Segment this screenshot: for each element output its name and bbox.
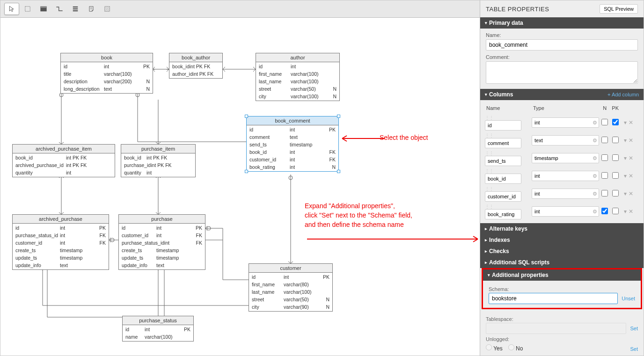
column-name-input[interactable] (485, 138, 521, 148)
comment-textarea[interactable] (486, 61, 638, 84)
entity-author[interactable]: author idintfirst_namevarchar(100)last_n… (256, 53, 340, 101)
view-tool[interactable] (68, 3, 83, 15)
entity-column-row: book_idint PK FK (169, 63, 222, 70)
entity-customer[interactable]: customer idintPKfirst_namevarchar(80)las… (249, 263, 333, 312)
pk-checkbox[interactable] (612, 190, 619, 196)
add-column-link[interactable]: + Add column (607, 92, 639, 97)
column-type-input[interactable] (532, 171, 599, 181)
entity-book-author[interactable]: book_author book_idint PK FKauthor_idint… (169, 53, 223, 79)
pointer-tool[interactable] (4, 3, 19, 15)
column-name-input[interactable] (485, 209, 521, 219)
gear-icon[interactable]: ⚙ (593, 209, 597, 215)
column-type-input[interactable] (532, 117, 599, 128)
unlogged-yes[interactable]: Yes (486, 344, 503, 352)
erd-canvas[interactable]: book idintPKtitlevarchar(100)description… (0, 18, 480, 355)
select-tool[interactable] (20, 3, 35, 15)
gear-icon[interactable]: ⚙ (593, 155, 597, 161)
column-name-input[interactable] (485, 120, 521, 131)
nullable-checkbox[interactable] (601, 154, 608, 161)
entity-column-row: idint (256, 63, 339, 70)
drag-icon[interactable]: ⋮⋮ (485, 168, 493, 174)
set-link[interactable]: Set (630, 326, 638, 331)
entity-purchase-item[interactable]: purchase_item book_idint PK FKpurchase_i… (121, 144, 196, 177)
drag-icon[interactable]: ⋮⋮ (485, 186, 493, 191)
resize-handle[interactable] (245, 170, 248, 173)
more-icon[interactable]: ▾ (624, 190, 627, 197)
more-icon[interactable]: ▾ (624, 119, 627, 126)
nullable-checkbox[interactable] (601, 119, 608, 125)
entity-body-book-author: book_idint PK FKauthor_idint PK FK (169, 62, 222, 78)
note-tool[interactable] (84, 3, 99, 15)
drag-icon[interactable]: ⋮⋮ (485, 133, 493, 138)
schema-input[interactable] (489, 293, 618, 304)
resize-handle[interactable] (337, 115, 340, 118)
more-icon[interactable]: ▾ (624, 155, 627, 161)
gear-icon[interactable]: ⚙ (593, 120, 597, 126)
resize-handle[interactable] (245, 115, 248, 118)
drag-icon[interactable]: ⋮⋮ (485, 204, 493, 209)
pk-checkbox[interactable] (612, 119, 619, 125)
delete-icon[interactable]: ✕ (629, 190, 633, 197)
pk-checkbox[interactable] (612, 154, 619, 161)
pk-checkbox[interactable] (612, 172, 619, 179)
unset-link[interactable]: Unset (622, 296, 635, 301)
entity-book[interactable]: book idintPKtitlevarchar(100)description… (60, 53, 153, 94)
nullable-checkbox[interactable] (601, 208, 608, 214)
drag-icon[interactable]: ⋮⋮ (485, 151, 493, 156)
relation-tool[interactable] (52, 3, 67, 15)
section-label: Primary data (489, 20, 523, 26)
delete-icon[interactable]: ✕ (629, 119, 633, 126)
entity-column-row: book_idint PK FK (13, 154, 115, 161)
set-link[interactable]: Set (630, 346, 638, 352)
more-icon[interactable]: ▾ (624, 137, 627, 144)
column-name-input[interactable] (485, 191, 521, 202)
table-name-input[interactable] (486, 39, 638, 51)
col-header-pk: PK (609, 103, 621, 114)
column-name-input[interactable] (485, 174, 521, 184)
entity-archived-purchase[interactable]: archived_purchase idintPKpurchase_status… (12, 214, 109, 270)
entity-title: purchase_status (123, 316, 193, 325)
resize-handle[interactable] (337, 170, 340, 173)
delete-icon[interactable]: ✕ (629, 155, 633, 161)
delete-icon[interactable]: ✕ (629, 137, 633, 144)
gear-icon[interactable]: ⚙ (593, 138, 597, 144)
column-type-input[interactable] (532, 206, 599, 217)
column-type-input[interactable] (532, 189, 599, 199)
delete-icon[interactable]: ✕ (629, 208, 633, 215)
sql-preview-button[interactable]: SQL Preview (600, 4, 638, 14)
section-checks[interactable]: ▸Checks (480, 246, 644, 257)
nullable-checkbox[interactable] (601, 172, 608, 179)
column-name-input[interactable] (485, 156, 521, 166)
nullable-checkbox[interactable] (601, 137, 608, 143)
section-additional-sql[interactable]: ▸Additional SQL scripts (480, 257, 644, 268)
section-primary-data[interactable]: ▾Primary data (480, 17, 644, 29)
entity-purchase[interactable]: purchase idintPKcustomer_idintFKpurchase… (118, 214, 205, 270)
section-label: Checks (489, 248, 509, 254)
column-type-input[interactable] (532, 135, 599, 145)
section-additional-properties[interactable]: ▾Additional properties (483, 269, 641, 281)
entity-purchase-status[interactable]: purchase_status idintPKnamevarchar(100) (122, 316, 194, 341)
section-columns[interactable]: ▾Columns+ Add column (480, 89, 644, 100)
unlogged-no[interactable]: No (508, 344, 523, 352)
pk-checkbox[interactable] (612, 208, 619, 214)
gear-icon[interactable]: ⚙ (593, 191, 597, 197)
delete-icon[interactable]: ✕ (629, 173, 633, 179)
column-type-input[interactable] (532, 153, 599, 163)
entity-column-row: book_idint PK FK (121, 154, 195, 161)
entity-column-row: first_namevarchar(80) (249, 281, 332, 288)
table-tool[interactable] (36, 3, 51, 15)
entity-archived-purchase-item[interactable]: archived_purchase_item book_idint PK FKa… (12, 144, 115, 177)
entity-book-comment[interactable]: book_comment idintPKcommenttextsend_tsti… (246, 116, 339, 172)
nullable-checkbox[interactable] (601, 190, 608, 196)
drag-icon[interactable]: ⋮⋮ (485, 115, 493, 120)
more-icon[interactable]: ▾ (624, 173, 627, 179)
gear-icon[interactable]: ⚙ (593, 173, 597, 179)
pk-checkbox[interactable] (612, 137, 619, 143)
more-icon[interactable]: ▾ (624, 208, 627, 215)
tablespace-input[interactable] (486, 323, 626, 334)
section-alternate-keys[interactable]: ▸Alternate keys (480, 223, 644, 234)
entity-body-book: idintPKtitlevarchar(100)descriptionvarch… (61, 62, 153, 93)
entity-title: author (256, 53, 339, 62)
area-tool[interactable] (100, 3, 115, 15)
section-indexes[interactable]: ▸Indexes (480, 234, 644, 246)
